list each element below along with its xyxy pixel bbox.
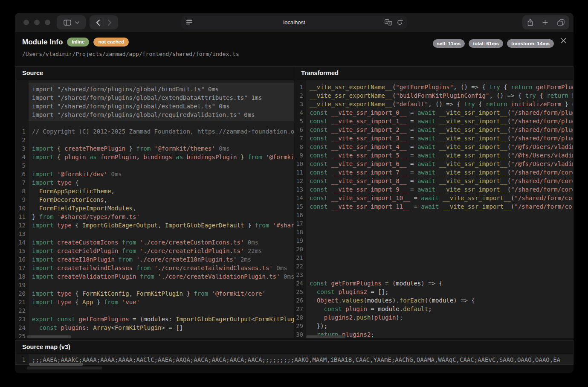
dep-line: import "/shared/form/plugins/global/exte… [29,102,294,111]
line-number: 21 [15,298,26,306]
zoom-window-button[interactable] [45,20,50,25]
code-text: } from '#shared/types/form.ts' [32,212,140,221]
close-icon[interactable] [560,38,567,46]
sidebar-toggle-button[interactable] [57,15,86,29]
code-text: Object.values(modules).forEach((module) … [310,296,475,305]
code-text: plugins2.push(plugin); [310,313,403,322]
source-horizontal-scrollbar[interactable] [27,335,71,338]
code-text: import createTailwindClasses from './cor… [32,264,287,272]
code-line: 6const __vite_ssr_import_2__ = await __v… [294,125,573,134]
code-line: 10 FormFieldTypeImportModules, [15,204,294,212]
reload-icon[interactable] [397,19,403,26]
inline-badge: inline [67,38,89,47]
code-line: 4const __vite_ssr_import_0__ = await __v… [294,108,573,117]
code-text: const __vite_ssr_import_7__ = await __vi… [310,168,573,177]
url-bar[interactable]: localhost A文 [181,16,407,29]
code-line: 12const __vite_ssr_import_8__ = await __… [294,177,573,185]
nav-buttons [90,15,118,29]
browser-window: localhost A文 Module Info i [15,13,574,373]
line-number: 23 [15,315,26,323]
line-number: 5 [15,161,26,170]
code-text: import type { FormKitConfig, FormKitPlug… [32,289,266,298]
sourcemap-horizontal-scrollbar[interactable] [29,363,83,366]
page-horizontal-scrollbar[interactable] [27,367,102,370]
tab-overview-icon[interactable] [557,19,565,26]
code-text: const __vite_ssr_import_3__ = await __vi… [310,134,573,143]
minimize-window-button[interactable] [34,20,40,25]
code-text: const __vite_ssr_import_6__ = await __vi… [310,160,573,168]
sidebar-icon [64,20,71,26]
code-line: 3__vite_ssr_exportName__("default", () =… [294,100,573,108]
transform-time-badge: transform: 14ms [507,39,554,48]
line-number: 22 [294,262,303,271]
code-line: 2__vite_ssr_exportName__("buildFormKitPl… [294,91,573,100]
line-number: 28 [294,313,303,322]
code-line: 16 [294,211,573,219]
close-window-button[interactable] [23,20,29,25]
line-number: 5 [294,117,303,125]
line-number: 23 [294,271,303,279]
share-icon[interactable] [527,19,533,26]
line-number: 2 [294,91,303,100]
code-text: __vite_ssr_exportName__("buildFormKitPlu… [310,91,573,100]
code-text: const __vite_ssr_import_10__ = await __v… [310,194,573,202]
line-number: 13 [15,230,26,238]
code-line: 9const __vite_ssr_import_5__ = await __v… [294,151,573,160]
code-line: 18 [294,228,573,236]
code-text: const __vite_ssr_import_4__ = await __vi… [310,143,573,151]
line-number: 26 [294,296,303,305]
page-title: Module Info [22,38,63,47]
line-number: 11 [294,168,303,177]
line-number: 7 [294,134,303,143]
line-number: 16 [294,211,303,219]
line-number: 18 [15,272,26,281]
code-text: FormFieldTypeImportModules, [32,204,136,212]
line-number: 9 [294,151,303,160]
line-number: 14 [294,194,303,202]
code-line: 5 [15,161,294,170]
line-number: 2 [15,136,26,144]
forward-button[interactable] [108,20,112,26]
transformed-code-area[interactable]: 1__vite_ssr_exportName__("getFormPlugins… [294,80,573,338]
code-text: const getFormPlugins = (modules) => { [310,279,443,288]
code-line: 23export const getFormPlugins = (modules… [15,315,294,323]
code-text: import '@formkit/dev' 0ms [32,170,122,178]
line-number: 1 [294,83,303,91]
line-number: 16 [15,255,26,264]
code-text: import type { App } from 'vue' [32,298,140,306]
svg-text:文: 文 [388,22,391,25]
code-line: 15const __vite_ssr_import_11__ = await _… [294,202,573,211]
new-tab-icon[interactable] [542,20,548,25]
not-cached-badge: not cached [93,38,129,47]
imported-deps-block: import "/shared/form/plugins/global/bind… [29,83,294,121]
line-number: 22 [15,306,26,315]
toolbar-right-buttons [522,15,569,29]
source-code-area[interactable]: import "/shared/form/plugins/global/bind… [15,80,294,338]
code-line: 13const __vite_ssr_import_9__ = await __… [294,185,573,194]
code-line: 27 const plugin = module.default; [294,305,573,313]
code-line: 13 [15,230,294,238]
sourcemap-panel: Source map (v3) 1 ;;;AAEA;AAAkC;AAAA;AAA… [15,340,574,365]
code-line: 4import { plugin as formPlugin, bindings… [15,153,294,161]
code-text: export const getFormPlugins = (modules: … [32,315,294,323]
translate-icon[interactable]: A文 [385,19,392,26]
line-number: 1 [15,127,26,136]
line-number: 24 [294,279,303,288]
code-line: 6import '@formkit/dev' 0ms [15,170,294,178]
transformed-panel-title: Transformed [294,67,573,80]
transformed-horizontal-scrollbar[interactable] [306,335,345,338]
code-line: 18import createValidationPlugin from './… [15,272,294,281]
code-line: 24 const plugins: Array<FormKitPlugin> =… [15,323,294,332]
line-number: 8 [15,187,26,195]
back-button[interactable] [96,20,100,26]
code-line: 1__vite_ssr_exportName__("getFormPlugins… [294,83,573,91]
line-number: 3 [15,144,26,153]
line-number: 12 [294,177,303,185]
code-text: // Copyright (C) 2012-2025 Zammad Founda… [32,127,294,136]
line-number: 4 [294,108,303,117]
line-number: 11 [15,212,26,221]
code-text: const __vite_ssr_import_11__ = await __v… [310,202,573,211]
code-text: const __vite_ssr_import_9__ = await __vi… [310,185,573,194]
page-settings-icon[interactable] [186,20,192,25]
code-text: }); [310,322,327,330]
